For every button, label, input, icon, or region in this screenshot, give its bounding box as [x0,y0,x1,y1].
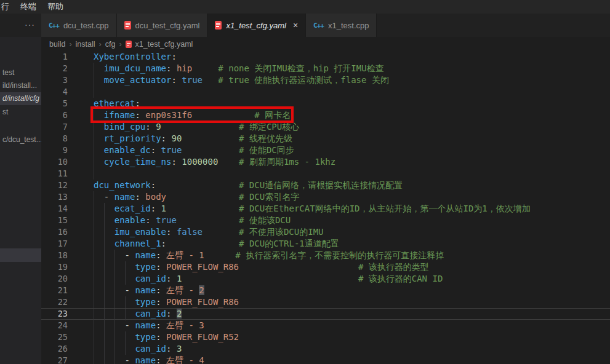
code-token: 3 [177,344,182,354]
code-line[interactable]: 27 - name: 左臂 - 4 [41,355,610,364]
line-number[interactable]: 25 [41,331,68,343]
code-token [203,227,239,237]
sidebar-item[interactable]: d/install/cfg [0,92,41,105]
code-line[interactable]: 26 can_id: 3 [41,343,610,355]
line-number[interactable]: 9 [41,144,68,156]
yaml-file-icon [126,41,132,48]
code-token [94,75,104,85]
code-line[interactable]: 8 rt_priority: 90 # 线程优先级 [41,133,610,144]
tab-dcu_test.cpp[interactable]: C++dcu_test.cpp [41,14,117,37]
code-line[interactable]: 22 type: POWER_FLOW_R86 [41,296,610,308]
code-line[interactable]: 18 - name: 左臂 - 1 # 执行器索引名字，不需要控制的执行器可直接… [41,250,610,261]
code-line[interactable]: 16 imu_enable: false # 不使用该DCU的IMU [41,226,610,238]
code-line[interactable]: 14 ecat_id: 1 # DCU在EtherCAT网络中的ID，从主站开始… [41,203,610,215]
code-token: dcu_network [94,180,151,190]
sidebar-item[interactable]: c/dcu_test... [0,133,41,146]
code-token: type [135,297,156,307]
menu-item-帮助[interactable]: 帮助 [47,0,63,14]
line-number[interactable]: 17 [41,238,68,250]
close-icon[interactable]: × [293,21,298,30]
line-number[interactable]: 6 [41,109,68,121]
line-number[interactable]: 23 [41,309,68,319]
line-number[interactable]: 11 [41,168,68,180]
code-line[interactable]: 4 [41,86,610,98]
code-token [94,145,104,155]
line-number[interactable]: 7 [41,121,68,133]
code-token [166,239,239,248]
code-line[interactable]: 19 type: POWER_FLOW_R86 # 该执行器的类型 [41,261,610,273]
code-token: # true 使能执行器运动测试，flase 关闭 [218,75,389,85]
code-token: hip [177,63,192,73]
line-number[interactable]: 15 [41,215,68,226]
code-token [94,274,135,283]
cpp-file-icon: C++ [49,22,59,30]
line-number[interactable]: 5 [41,98,68,109]
tab-x1_test_cfg.yaml[interactable]: x1_test_cfg.yaml× [207,14,306,37]
code-line-content: imu_enable: false # 不使用该DCU的IMU [94,226,324,238]
sidebar-item[interactable]: test [0,66,41,79]
line-number[interactable]: 2 [41,63,68,74]
code-token: - [125,250,135,260]
menu-item-终端[interactable]: 终端 [20,0,36,14]
line-number[interactable]: 4 [41,86,68,98]
line-number[interactable]: 8 [41,133,68,144]
line-number[interactable]: 20 [41,273,68,285]
code-token: POWER_FLOW_R52 [166,332,239,342]
code-line[interactable]: 1XyberController: [41,51,610,63]
line-number[interactable]: 1 [41,51,68,63]
code-token: : [151,204,156,213]
tab-x1_test.cpp[interactable]: C++x1_test.cpp [306,14,377,37]
code-token [171,63,176,73]
tab-label: dcu_test.cpp [63,21,109,30]
code-token: # 不使用该DCU的IMU [239,227,323,237]
line-number[interactable]: 19 [41,261,68,273]
code-line[interactable]: 15 enable: true # 使能该DCU [41,215,610,226]
code-token: cycle_time_ns [104,157,172,167]
line-number[interactable]: 27 [41,355,68,364]
line-number[interactable]: 18 [41,250,68,261]
line-number[interactable]: 24 [41,320,68,331]
code-line[interactable]: 17 channel_1: # DCU的CTRL-1通道配置 [41,238,610,250]
tab-overflow-ellipsis[interactable]: ··· [18,14,41,37]
breadcrumb-item[interactable]: cfg [105,40,116,49]
code-token: can_id [135,274,166,283]
breadcrumb-item[interactable]: build [49,40,65,49]
line-number[interactable]: 14 [41,203,68,215]
code-token [94,133,104,143]
tab-dcu_test_cfg.yaml[interactable]: dcu_test_cfg.yaml [117,14,208,37]
code-line[interactable]: 10 cycle_time_ns: 1000000 # 刷新周期1ms - 1k… [41,156,610,168]
line-number[interactable]: 21 [41,285,68,296]
line-number[interactable]: 26 [41,343,68,355]
code-area[interactable]: 1XyberController:2 imu_dcu_name: hip # n… [41,51,610,364]
sidebar-item[interactable]: ild/install... [0,79,41,92]
code-line[interactable]: 3 move_actuator: true # true 使能执行器运动测试，f… [41,74,610,86]
code-line[interactable]: 11 [41,168,610,180]
code-token [94,204,114,213]
code-line[interactable]: 20 can_id: 1 # 该执行器的CAN ID [41,273,610,285]
menu-item-行[interactable]: 行 [1,0,9,14]
code-line[interactable]: 24 - name: 左臂 - 3 [41,320,610,331]
sidebar-item[interactable] [0,248,41,262]
line-number[interactable]: 13 [41,191,68,203]
code-line[interactable]: 23 can_id: 2 [41,308,610,320]
code-token: # DCU在EtherCAT网络中的ID，从主站开始，第一个从站ID为1，依次增… [239,204,531,213]
code-line[interactable]: 2 imu_dcu_name: hip # none 关闭IMU检查，hip 打… [41,63,610,74]
code-token [166,204,239,213]
cpp-file-icon: C++ [313,22,324,30]
line-number[interactable]: 3 [41,74,68,86]
code-line-content: XyberController: [94,51,177,63]
line-number[interactable]: 12 [41,180,68,191]
code-token [166,192,239,202]
line-number[interactable]: 22 [41,296,68,308]
sidebar-item[interactable]: st [0,106,41,119]
code-line[interactable]: 9 enable_dc: true # 使能DC同步 [41,144,610,156]
code-line[interactable]: 21 - name: 左臂 - 2 [41,285,610,296]
line-number[interactable]: 16 [41,226,68,238]
line-number[interactable]: 10 [41,156,68,168]
breadcrumb-item[interactable]: x1_test_cfg.yaml [135,40,193,49]
code-line[interactable]: 12dcu_network: # DCU通信网络，请根据实机连接情况配置 [41,180,610,191]
code-line[interactable]: 25 type: POWER_FLOW_R52 [41,331,610,343]
code-line[interactable]: 13 - name: body # DCU索引名字 [41,191,610,203]
breadcrumb-item[interactable]: install [76,40,95,49]
code-token: # DCU的CTRL-1通道配置 [239,239,339,248]
